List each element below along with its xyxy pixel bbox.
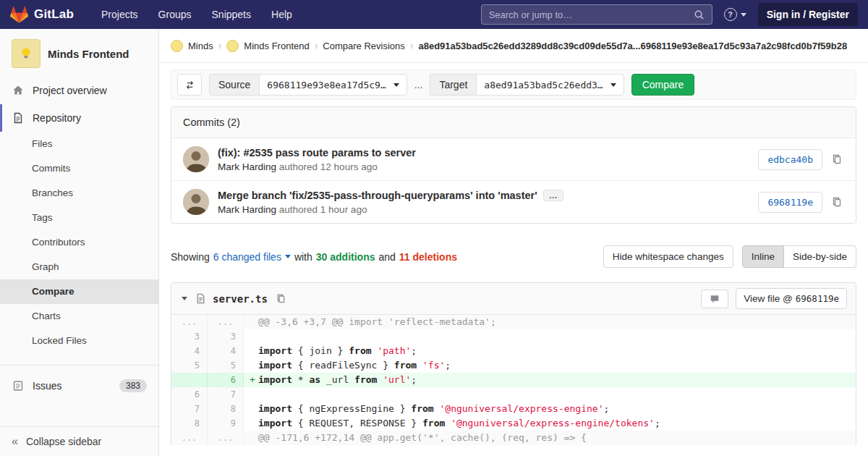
diff-code-row: 55import { readFileSync } from 'fs'; [171,358,856,373]
sidebar-item-project-overview[interactable]: Project overview [0,77,158,104]
old-line-number[interactable]: 6 [171,387,208,402]
changed-files-dropdown[interactable]: 6 changed files [213,251,291,263]
breadcrumb: Minds › Minds Frontend › Compare Revisio… [159,29,868,63]
new-line-number[interactable]: 4 [208,344,244,358]
nav-item-groups[interactable]: Groups [158,9,192,20]
search-icon [694,9,705,20]
project-header[interactable]: Minds Frontend [0,29,158,77]
chevron-down-icon [610,83,616,87]
copy-sha-button[interactable] [830,195,844,209]
compare-button[interactable]: Compare [631,74,695,96]
nav-item-snippets[interactable]: Snippets [212,9,251,20]
commit-sha-button[interactable]: 6968119e [758,192,822,213]
gitlab-tanuki-icon [10,6,28,23]
new-line-number[interactable]: 6 [208,373,244,387]
chevron-right-icon: › [218,40,222,51]
side-by-side-view-button[interactable]: Side-by-side [784,245,856,268]
collapse-file-button[interactable] [180,295,189,302]
old-line-number[interactable]: 7 [171,402,208,416]
question-icon: ? [724,8,737,21]
toggle-comments-button[interactable] [701,290,728,308]
code-line: @@ -171,6 +172,14 @@ app.get('*', cache(… [244,431,856,445]
target-label: Target [430,74,476,96]
showing-label: Showing [171,251,210,263]
top-navbar: GitLab Projects Groups Snippets Help ? S… [0,0,868,29]
old-line-number[interactable] [171,373,208,387]
hide-whitespace-button[interactable]: Hide whitespace changes [603,245,733,268]
commit-info: (fix): #2535 pass route params to server… [218,147,416,172]
view-file-sha: 6968119e [796,293,839,304]
repository-icon [12,112,25,124]
sidebar-nav: Project overview Repository FilesCommits… [0,77,158,400]
commit-author-link[interactable]: Mark Harding [218,161,276,172]
file-name: server.ts [213,293,268,305]
sign-in-button[interactable]: Sign in / Register [758,3,858,26]
sidebar-item-repository[interactable]: Repository [0,104,158,132]
new-line-number[interactable]: 3 [208,329,244,344]
code-line: import { join } from 'path'; [244,344,856,358]
old-line-number[interactable]: 5 [171,358,208,373]
diff-hunk-row: ......@@ -171,6 +172,14 @@ app.get('*', … [171,431,856,445]
source-revision-dropdown[interactable]: 6968119e93e8ea17d5c9… [259,74,407,96]
sidebar-item-files[interactable]: Files [0,132,158,156]
swap-arrows-icon [184,80,195,90]
commit-meta: Mark Harding authored 1 hour ago [218,204,563,215]
collapse-sidebar-button[interactable]: « Collapse sidebar [0,426,158,456]
inline-view-button[interactable]: Inline [742,245,784,268]
global-search[interactable] [481,4,712,25]
commit-author-link[interactable]: Mark Harding [218,204,276,215]
code-line [244,387,856,402]
sidebar-item-commits[interactable]: Commits [0,156,158,181]
breadcrumb-current-sha-range: a8ed91a53bad5c26edd3289dd8c39cd09de55d7a… [418,41,847,51]
target-revision-dropdown[interactable]: a8ed91a53bad5c26edd3… [476,74,624,96]
breadcrumb-compare-revisions[interactable]: Compare Revisions [323,41,404,51]
view-file-button[interactable]: View file @ 6968119e [736,288,847,309]
breadcrumb-minds-frontend[interactable]: Minds Frontend [244,41,309,51]
nav-item-projects[interactable]: Projects [101,9,138,20]
copy-file-path-button[interactable] [274,292,288,305]
old-line-number[interactable]: 8 [171,416,208,431]
new-line-number[interactable]: 9 [208,416,244,431]
expand-commit-message-button[interactable]: … [543,190,563,201]
new-line-number[interactable]: 7 [208,387,244,402]
gitlab-home-link[interactable]: GitLab [10,6,74,23]
copy-icon [831,153,843,165]
commit-title-link[interactable]: Merge branch 'fix/2535-pass-through-quer… [218,190,537,201]
sidebar-item-branches[interactable]: Branches [0,181,158,206]
nav-item-help[interactable]: Help [271,9,292,20]
help-dropdown[interactable]: ? [724,8,746,21]
sidebar-label: Issues [33,380,61,392]
commit-sha-button[interactable]: edbca40b [758,149,822,170]
repository-subnav: FilesCommitsBranchesTagsContributorsGrap… [0,132,158,359]
sidebar-item-contributors[interactable]: Contributors [0,230,158,255]
sidebar-item-compare[interactable]: Compare [0,279,158,304]
new-line-number[interactable]: 5 [208,358,244,373]
breadcrumb-minds[interactable]: Minds [188,41,213,51]
view-file-label: View file @ [744,293,792,304]
sidebar-item-tags[interactable]: Tags [0,206,158,230]
old-line-number[interactable]: 4 [171,344,208,358]
compare-content: Source 6968119e93e8ea17d5c9… ... Target … [159,63,868,445]
code-line [244,329,856,344]
sidebar-divider [0,365,158,366]
copy-sha-button[interactable] [830,152,844,166]
sidebar-item-graph[interactable]: Graph [0,255,158,279]
sidebar-item-charts[interactable]: Charts [0,304,158,329]
new-line-number[interactable]: 8 [208,402,244,416]
chevron-down-icon [285,255,291,258]
search-input[interactable] [489,9,688,20]
old-line-number[interactable]: 3 [171,329,208,344]
commit-title-link[interactable]: (fix): #2535 pass route params to server [218,147,416,159]
commit-actions: 6968119e [758,192,844,213]
sidebar-item-issues[interactable]: Issues 383 [0,371,158,400]
commit-time: authored 12 hours ago [279,161,378,172]
with-label: with [294,251,312,263]
sidebar-item-locked-files[interactable]: Locked Files [0,329,158,353]
file-icon [195,293,206,304]
commit-info: Merge branch 'fix/2535-pass-through-quer… [218,190,563,215]
commits-panel: Commits (2) (fix): #2535 pass route para… [171,106,856,224]
issues-icon [12,380,25,392]
changed-files-count: 6 changed files [213,251,281,263]
swap-revisions-button[interactable] [177,74,202,96]
caret-down-icon [182,297,187,300]
